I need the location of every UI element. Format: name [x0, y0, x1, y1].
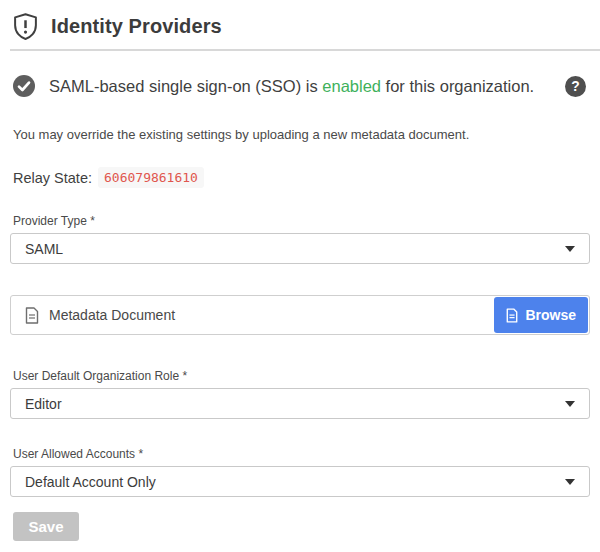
help-button[interactable]: ? [565, 76, 586, 97]
check-circle-icon [13, 75, 35, 97]
default-org-role-label: User Default Organization Role * [13, 369, 590, 383]
allowed-accounts-group: User Allowed Accounts * Default Account … [10, 447, 590, 497]
save-button[interactable]: Save [13, 512, 79, 541]
chevron-down-icon [565, 246, 575, 252]
page-title: Identity Providers [51, 15, 222, 38]
metadata-file-placeholder: Metadata Document [49, 307, 175, 323]
identity-providers-page: Identity Providers SAML-based single sig… [0, 0, 600, 552]
provider-type-value: SAML [25, 241, 63, 257]
chevron-down-icon [565, 479, 575, 485]
relay-state-value: 606079861610 [98, 167, 204, 188]
sso-status-text: SAML-based single sign-on (SSO) is enabl… [49, 77, 534, 96]
provider-type-label: Provider Type * [13, 214, 590, 228]
status-enabled-text: enabled [322, 77, 381, 95]
default-org-role-value: Editor [25, 396, 62, 412]
header-divider [10, 49, 600, 51]
status-text-after: for this organization. [381, 77, 534, 95]
browse-button[interactable]: Browse [494, 297, 588, 333]
sso-status-row: SAML-based single sign-on (SSO) is enabl… [13, 75, 586, 97]
default-org-role-group: User Default Organization Role * Editor [10, 369, 590, 419]
override-description: You may override the existing settings b… [13, 127, 588, 142]
default-org-role-select[interactable]: Editor [10, 388, 590, 419]
provider-type-group: Provider Type * SAML [10, 214, 590, 264]
relay-state-row: Relay State: 606079861610 [13, 167, 588, 188]
relay-state-label: Relay State: [13, 170, 92, 186]
allowed-accounts-select[interactable]: Default Account Only [10, 466, 590, 497]
allowed-accounts-value: Default Account Only [25, 474, 156, 490]
browse-button-label: Browse [525, 307, 576, 323]
question-circle-icon: ? [565, 76, 586, 97]
file-text-icon [25, 307, 39, 324]
page-header: Identity Providers [0, 0, 600, 40]
chevron-down-icon [565, 401, 575, 407]
metadata-file-input[interactable]: Metadata Document Browse [10, 295, 590, 335]
provider-type-select[interactable]: SAML [10, 233, 590, 264]
file-upload-icon [506, 308, 518, 323]
status-text-before: SAML-based single sign-on (SSO) is [49, 77, 322, 95]
svg-text:?: ? [571, 78, 579, 94]
allowed-accounts-label: User Allowed Accounts * [13, 447, 590, 461]
shield-exclamation-icon [13, 13, 38, 40]
